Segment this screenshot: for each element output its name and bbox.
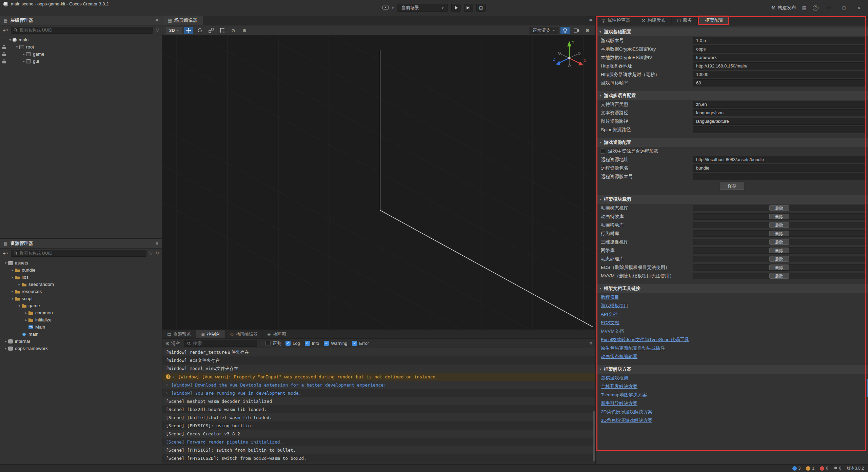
log-row[interactable]: ! › [Scene] [PHYSICS]: switch from built… [162,446,595,454]
error-count-badge[interactable]: 0 [820,466,828,471]
console-tab[interactable]: 资源预览 [162,330,196,338]
tree-node[interactable]: ▸ initialize [0,316,162,323]
tree-node[interactable]: ▾ libs [0,274,162,281]
minimize-button[interactable]: ─ [825,5,833,11]
move-tool-button[interactable] [184,27,193,34]
save-button[interactable]: 保存 [720,182,744,190]
inspector-tab[interactable]: 构建发布 [636,16,672,25]
log-row[interactable]: ! › [Window] [Vue warn]: Property "onInp… [162,373,595,381]
solution-link[interactable]: 全栈开发解决方案 [601,383,637,390]
log-row[interactable]: ! › [Window] model_view文件夹存在 [162,365,595,373]
inspector-tab[interactable]: 框架配置 [698,16,729,25]
refresh-icon[interactable]: ↻ [155,251,159,256]
field-input[interactable] [693,45,865,53]
expand-arrow-icon[interactable]: ▸ [3,339,8,343]
field-input[interactable] [693,37,865,44]
notification-badge[interactable]: 0 [834,466,842,471]
tree-node[interactable]: ▸ bundle [0,267,162,274]
tree-node[interactable]: ▾ script [0,295,162,302]
checkbox[interactable] [285,341,291,346]
layout-button[interactable]: ⊞ [476,4,486,12]
section-game-basic[interactable]: ▾ 游戏基础配置 [596,27,868,36]
pivot-tool-button[interactable]: ⊙ [229,27,238,34]
snap-tool-button[interactable]: ⊕ [240,27,249,34]
field-input[interactable] [693,109,865,116]
expand-chevron-icon[interactable]: › [173,374,177,379]
panel-menu-icon[interactable]: ≡ [156,18,158,23]
console-scrollbar[interactable] [593,411,595,461]
log-level-filter[interactable]: Warning [324,341,347,346]
scene-settings-button[interactable]: ⚙ [583,27,592,34]
menu-item[interactable] [18,14,25,15]
checkbox[interactable] [305,341,310,346]
delete-module-button[interactable]: 删除 [769,205,789,211]
expand-arrow-icon[interactable]: ▸ [10,268,15,272]
solution-link[interactable]: 2D角色扮演游戏解决方案 [601,409,652,415]
scene-viewport[interactable]: Y X Z [162,36,595,329]
section-resources[interactable]: ▾ 游戏资源配置 [596,138,868,147]
lock-icon[interactable] [2,59,6,63]
section-i18n[interactable]: ▾ 游戏多语言配置 [596,91,868,100]
delete-module-button[interactable]: 删除 [769,264,789,270]
info-count-badge[interactable]: 3 [792,466,801,471]
tree-node[interactable]: ▾ assets [0,259,162,267]
panel-menu-icon[interactable]: ≡ [156,241,158,246]
log-row[interactable]: ! › [Scene] [box2d]:box2d wasm lib loade… [162,405,595,413]
menu-item[interactable] [48,14,55,15]
doc-link[interactable]: 原生包热更新配置自动生成插件 [601,345,665,351]
tree-node[interactable]: ▾ game [0,302,162,309]
play-button[interactable] [451,4,460,12]
mode-3d-button[interactable]: 3D▾ [166,27,182,34]
delete-module-button[interactable]: 删除 [769,231,789,236]
log-row[interactable]: ! › [Window] You are running Vue in deve… [162,389,595,397]
expand-arrow-icon[interactable]: ▸ [21,52,26,56]
clear-console-button[interactable]: ⊘ 清空 [166,340,180,347]
tab-scene-editor[interactable]: ▦ 场景编辑器 [162,16,203,25]
field-input[interactable] [693,173,865,180]
checkbox[interactable] [352,341,357,346]
expand-arrow-icon[interactable]: ▸ [10,290,15,293]
preview-caret-icon[interactable]: ▾ [392,6,394,10]
scene-select[interactable]: 当前场景 ▾ [397,4,448,12]
console-tab[interactable]: 动画编辑器 [225,330,263,338]
tree-node[interactable]: ▸ resources [0,288,162,295]
log-row[interactable]: ! › [Scene] Cocos Creator v3.8.2 [162,430,595,438]
scale-tool-button[interactable] [206,27,216,34]
field-input[interactable] [693,71,865,78]
log-row[interactable]: ! › [Scene] [PHYSICS2D]: switch from box… [162,454,595,462]
render-mode-select[interactable]: 正常渲染 ▾ [529,27,558,34]
menu-item[interactable] [56,14,62,15]
tree-node[interactable]: Main [0,323,162,331]
log-row[interactable]: ! › [Window] render_texture文件夹存在 [162,348,595,356]
add-node-button[interactable]: +▾ [3,27,8,33]
lock-icon[interactable] [2,52,6,56]
tree-node[interactable]: ▸ seedrandom [0,281,162,288]
console-tab[interactable]: 控制台 [196,330,225,338]
log-row[interactable]: ! › [Window] ecs文件夹存在 [162,356,595,365]
lock-icon[interactable] [2,45,6,49]
delete-module-button[interactable]: 删除 [769,222,789,228]
field-input[interactable] [693,101,865,108]
filter-icon[interactable]: ▽ [149,251,153,256]
rect-tool-button[interactable] [218,27,227,34]
expand-arrow-icon[interactable]: ▾ [10,297,15,300]
assets-search-input[interactable] [20,251,144,256]
panel-menu-icon[interactable]: ≡ [589,18,595,23]
log-row[interactable]: ! › [Scene] [bullet]:bullet wasm lib loa… [162,413,595,421]
maximize-button[interactable]: □ [840,5,848,11]
field-input[interactable] [693,62,865,70]
doc-link[interactable]: API文档 [601,311,617,317]
step-button[interactable] [464,4,473,12]
delete-module-button[interactable]: 删除 [769,273,789,279]
preview-device-icon[interactable] [382,5,389,11]
doc-link[interactable]: 动画状态机编辑器 [601,354,637,360]
light-toggle-button[interactable] [560,27,570,34]
expand-arrow-icon[interactable]: ▾ [10,275,15,279]
menu-item[interactable] [26,14,33,15]
log-row[interactable]: ! › [Window] Download the Vue Devtools e… [162,381,595,389]
expand-arrow-icon[interactable]: ▸ [3,347,8,350]
doc-link[interactable]: Excel格式转Json文件与TypeScript代码工具 [601,337,689,343]
doc-link[interactable]: ECS文档 [601,320,619,326]
expand-arrow-icon[interactable]: ▾ [17,304,22,308]
remote-load-checkbox[interactable] [600,149,605,154]
